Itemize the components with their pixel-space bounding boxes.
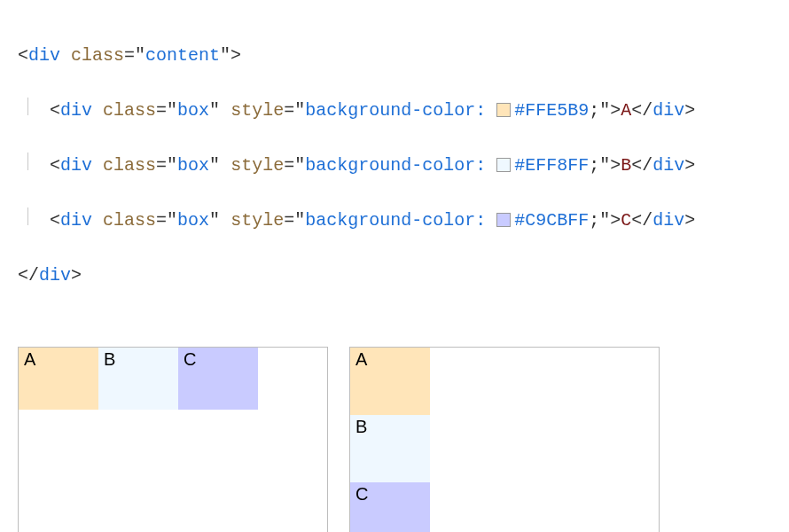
flex-row-demo: A B C — [19, 348, 327, 410]
code-block: <div class="content"> <div class="box" s… — [18, 14, 771, 317]
code-line-child-c: <div class="box" style="background-color… — [18, 207, 771, 234]
code-line-child-b: <div class="box" style="background-color… — [18, 152, 771, 179]
code-line-open: <div class="content"> — [18, 42, 771, 69]
box-b: B — [350, 415, 430, 482]
box-a: A — [19, 348, 98, 410]
diagram-panels: A B C flex-direction: row A B C flex-dir… — [18, 347, 771, 532]
box-c: C — [350, 482, 430, 532]
box-b: B — [98, 348, 178, 410]
code-line-close: </div> — [18, 262, 771, 289]
box-a: A — [350, 348, 430, 415]
color-swatch — [496, 158, 511, 172]
color-swatch — [496, 213, 511, 227]
panel-row: A B C flex-direction: row — [18, 347, 328, 532]
code-line-child-a: <div class="box" style="background-color… — [18, 97, 771, 124]
box-c: C — [178, 348, 258, 410]
flex-column-demo: A B C — [350, 348, 659, 532]
panel-column: A B C flex-direction: column — [349, 347, 660, 532]
color-swatch — [496, 103, 511, 117]
